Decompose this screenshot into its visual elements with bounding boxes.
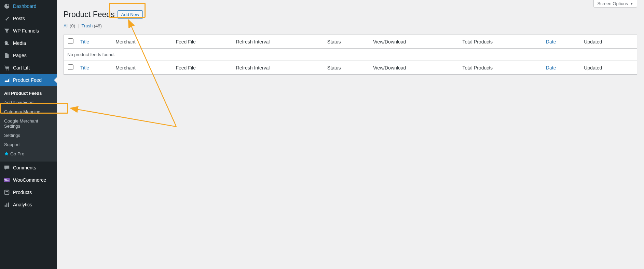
- filter-all-count: (0): [70, 23, 75, 28]
- col-date[interactable]: Date: [543, 35, 580, 49]
- col-merchant: Merchant: [112, 35, 172, 49]
- empty-message: No product feeds found.: [64, 49, 637, 61]
- menu-item-dashboard[interactable]: Dashboard: [0, 0, 57, 12]
- add-new-button[interactable]: Add New: [118, 10, 143, 19]
- menu-label: Analytics: [13, 202, 32, 207]
- pin-icon: [3, 15, 10, 22]
- menu-label: Cart Lift: [13, 65, 30, 71]
- svg-point-1: [6, 69, 7, 71]
- svg-text:Woo: Woo: [4, 179, 9, 181]
- dashboard-icon: [3, 3, 10, 10]
- main-content: Screen Options ▼ Product Feeds Add New A…: [57, 0, 644, 269]
- page-title: Product Feeds: [64, 7, 115, 21]
- filter-trash-count: (48): [94, 23, 102, 28]
- screen-options-tab[interactable]: Screen Options ▼: [593, 0, 637, 8]
- menu-label: Posts: [13, 16, 25, 21]
- submenu-item-all-product-feeds[interactable]: All Product Feeds: [0, 89, 57, 98]
- col-total-products: Total Products: [459, 35, 542, 49]
- comment-icon: [3, 164, 10, 171]
- col-updated: Updated: [580, 35, 637, 49]
- submenu-productfeed: All Product Feeds Add New Feed Category …: [0, 86, 57, 162]
- svg-rect-8: [6, 203, 8, 207]
- filter-all-label: All: [64, 23, 68, 28]
- submenu-item-category-mapping[interactable]: Category Mapping: [0, 107, 57, 116]
- woo-icon: Woo: [3, 177, 10, 183]
- menu-label: Dashboard: [13, 3, 37, 9]
- col-title-footer[interactable]: Title: [77, 61, 112, 75]
- filter-trash-label: Trash: [81, 23, 93, 28]
- media-icon: [3, 40, 10, 47]
- menu-label: Media: [13, 40, 26, 46]
- svg-rect-9: [8, 203, 9, 207]
- screen-options-label: Screen Options: [597, 1, 628, 6]
- filter-all-link[interactable]: All: [64, 23, 68, 28]
- menu-item-productfeed[interactable]: Product Feed: [0, 74, 57, 86]
- menu-label: Products: [13, 190, 32, 195]
- chart-icon: [3, 77, 10, 84]
- submenu-item-settings[interactable]: Settings: [0, 131, 57, 140]
- products-icon: [3, 189, 10, 196]
- menu-item-posts[interactable]: Posts: [0, 12, 57, 25]
- col-date-footer[interactable]: Date: [543, 61, 580, 75]
- col-view-download-footer: View/Download: [370, 61, 459, 75]
- col-total-products-footer: Total Products: [459, 61, 542, 75]
- menu-item-media[interactable]: Media: [0, 37, 57, 49]
- menu-label: WooCommerce: [13, 177, 46, 183]
- cart-icon: [3, 64, 10, 71]
- submenu-item-support[interactable]: Support: [0, 140, 57, 149]
- submenu-label: Go Pro: [10, 151, 24, 156]
- product-feeds-table: Title Merchant Feed File Refresh Interva…: [64, 35, 637, 75]
- table-row-empty: No product feeds found.: [64, 49, 637, 61]
- admin-sidebar: Dashboard Posts WP Funnels Media Pages C…: [0, 0, 57, 269]
- menu-item-products[interactable]: Products: [0, 186, 57, 198]
- col-title[interactable]: Title: [77, 35, 112, 49]
- separator: |: [78, 23, 79, 28]
- col-status-footer: Status: [324, 61, 370, 75]
- view-filters: All (0) | Trash (48): [64, 23, 637, 28]
- chevron-down-icon: ▼: [630, 2, 633, 5]
- select-all-checkbox-footer[interactable]: [68, 64, 73, 70]
- svg-point-2: [8, 69, 9, 71]
- col-status: Status: [324, 35, 370, 49]
- menu-item-wpfunnels[interactable]: WP Funnels: [0, 25, 57, 37]
- svg-rect-7: [5, 205, 6, 207]
- select-all-checkbox[interactable]: [68, 38, 73, 44]
- col-updated-footer: Updated: [580, 61, 637, 75]
- col-view-download: View/Download: [370, 35, 459, 49]
- svg-rect-5: [5, 190, 9, 195]
- col-refresh-interval-footer: Refresh Interval: [233, 61, 324, 75]
- svg-rect-6: [5, 191, 8, 192]
- menu-label: Comments: [13, 165, 36, 170]
- col-merchant-footer: Merchant: [112, 61, 172, 75]
- page-icon: [3, 52, 10, 59]
- star-icon: [4, 151, 9, 157]
- menu-item-comments[interactable]: Comments: [0, 162, 57, 174]
- col-feed-file-footer: Feed File: [172, 61, 232, 75]
- submenu-item-go-pro[interactable]: Go Pro: [0, 149, 57, 159]
- submenu-item-add-new-feed[interactable]: Add New Feed: [0, 98, 57, 107]
- menu-label: WP Funnels: [13, 28, 39, 34]
- funnel-icon: [3, 27, 10, 34]
- menu-label: Product Feed: [13, 77, 42, 83]
- col-refresh-interval: Refresh Interval: [233, 35, 324, 49]
- menu-label: Pages: [13, 53, 27, 58]
- svg-line-12: [70, 108, 176, 127]
- menu-item-pages[interactable]: Pages: [0, 49, 57, 62]
- filter-trash-link[interactable]: Trash: [81, 23, 93, 28]
- menu-item-analytics[interactable]: Analytics: [0, 198, 57, 211]
- submenu-item-google-merchant[interactable]: Google Merchant Settings: [0, 116, 57, 131]
- menu-item-woocommerce[interactable]: Woo WooCommerce: [0, 174, 57, 186]
- col-feed-file: Feed File: [172, 35, 232, 49]
- menu-item-cartlift[interactable]: Cart Lift: [0, 62, 57, 74]
- analytics-icon: [3, 201, 10, 208]
